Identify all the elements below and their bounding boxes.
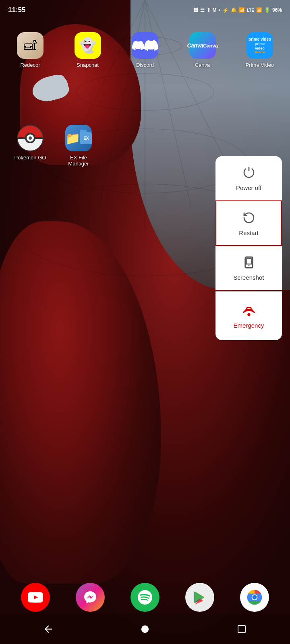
svg-point-15 (253, 595, 257, 600)
app-grid-top: Redecor Snapchat Discord Canva Canva pri… (12, 32, 278, 68)
dock (0, 583, 290, 612)
app-canva[interactable]: Canva Canva (184, 32, 221, 68)
app-primevideo[interactable]: prime video amazon Prime Video (242, 32, 278, 68)
mute-icon: 🔔 (231, 7, 237, 13)
recents-button[interactable] (232, 619, 252, 639)
battery-icon: 🔋 (264, 7, 270, 13)
restart-icon (241, 210, 257, 225)
power-off-icon (241, 165, 257, 180)
screenshot-label: Screenshot (234, 274, 264, 281)
notes-icon: ☰ (200, 7, 205, 13)
primevideo-icon: prime video amazon (246, 32, 273, 59)
emergency-label: Emergency (234, 322, 264, 329)
canva-icon: Canva (189, 32, 216, 59)
discord-icon (132, 32, 158, 59)
gmail-icon: M (213, 7, 217, 13)
power-off-button[interactable]: Power off (215, 156, 282, 200)
app-pokemongo[interactable]: Pokémon GO (12, 125, 48, 167)
battery-pct: 96% (272, 7, 282, 13)
app-redecor[interactable]: Redecor (12, 32, 48, 68)
status-time: 11:55 (8, 6, 25, 14)
dock-youtube[interactable] (21, 583, 50, 612)
dock-messenger[interactable] (76, 583, 105, 612)
back-button[interactable] (38, 619, 58, 639)
dock-spotify[interactable] (130, 583, 160, 612)
nav-bar (0, 614, 290, 644)
photo-icon: 🖼 (193, 7, 198, 13)
pokemongo-label: Pokémon GO (14, 155, 46, 161)
redecor-label: Redecor (20, 62, 40, 68)
exfilemanager-icon: EX (65, 125, 92, 151)
app-grid-mid: Pokémon GO EX EX File Manager (12, 125, 97, 167)
dock-googleplay[interactable] (185, 583, 214, 612)
restart-label: Restart (239, 229, 258, 236)
home-button[interactable] (135, 619, 155, 639)
svg-point-16 (141, 625, 149, 632)
canva-label: Canva (195, 62, 210, 68)
status-bar: 11:55 🖼 ☰ ⬆ M • ⚡ 🔔 📶 LTE 📶 🔋 96% (0, 0, 290, 20)
dot-icon: • (219, 7, 220, 13)
emergency-button[interactable]: Emergency (215, 291, 282, 340)
power-off-label: Power off (236, 184, 261, 191)
bluetooth-icon: ⚡ (222, 7, 229, 13)
exfilemanager-label: EX File Manager (68, 155, 89, 167)
discord-label: Discord (136, 62, 154, 68)
status-icons: 🖼 ☰ ⬆ M • ⚡ 🔔 📶 LTE 📶 🔋 96% (193, 7, 282, 13)
emergency-icon (241, 303, 257, 318)
signal-lte-icon: LTE (247, 8, 254, 12)
snapchat-label: Snapchat (77, 62, 99, 68)
wifi-icon: 📶 (239, 7, 245, 13)
svg-point-12 (248, 314, 250, 316)
pokemongo-icon (17, 125, 44, 151)
upload-icon: ⬆ (207, 7, 211, 13)
screenshot-button[interactable]: Screenshot (215, 246, 282, 290)
redecor-icon (17, 32, 44, 59)
snapchat-icon (75, 32, 101, 59)
restart-button[interactable]: Restart (215, 200, 282, 246)
app-snapchat[interactable]: Snapchat (70, 32, 106, 68)
primevideo-label: Prime Video (246, 62, 274, 68)
dock-chrome[interactable] (240, 583, 269, 612)
app-discord[interactable]: Discord (127, 32, 163, 68)
screenshot-icon (241, 255, 257, 270)
power-menu-bottom-card: Emergency (215, 291, 282, 340)
power-menu-top-card: Power off Restart Screenshot (215, 156, 282, 290)
svg-rect-17 (238, 625, 245, 633)
svg-rect-11 (246, 259, 251, 264)
app-exfilemanager[interactable]: EX EX File Manager (60, 125, 97, 167)
signal-bar-icon: 📶 (256, 7, 262, 13)
power-menu: Power off Restart Screenshot (215, 156, 282, 340)
